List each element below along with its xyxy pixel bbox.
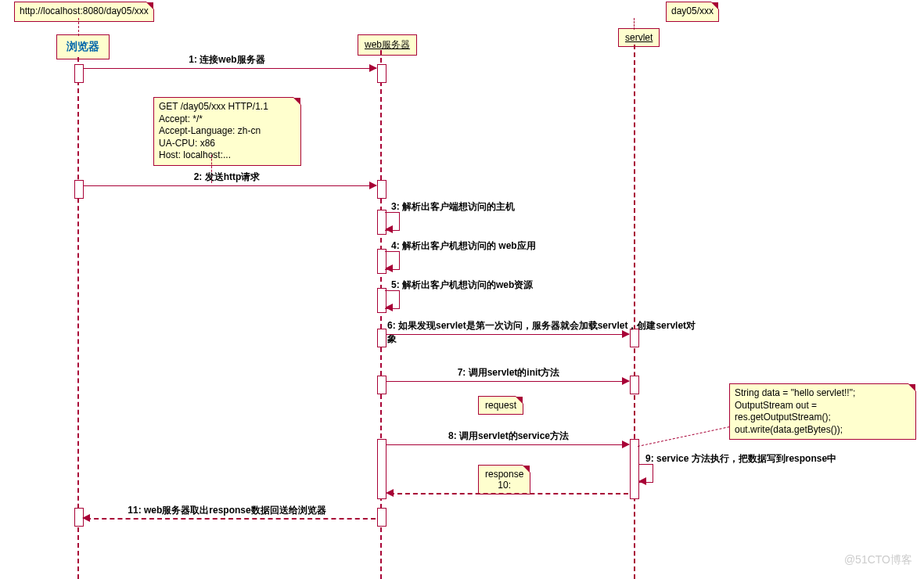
msg7-arrow	[386, 381, 629, 382]
msg3-head	[385, 225, 393, 233]
msg4-label: 4: 解析出客户机想访问的 web应用	[391, 239, 536, 253]
code-connector	[638, 426, 730, 447]
browser-actor: 浏览器	[56, 34, 110, 59]
servlet-actor: servlet	[618, 28, 660, 47]
webserver-lifeline	[380, 50, 382, 579]
request-note: request	[478, 396, 523, 415]
msg1-arrow	[83, 68, 376, 69]
msg7-label: 7: 调用servlet的init方法	[403, 366, 614, 379]
act-ws-2	[377, 180, 386, 199]
code-note: String data = "hello servlet!!"; OutputS…	[729, 383, 916, 440]
msg1-head	[369, 64, 377, 72]
msg4-head	[385, 264, 393, 272]
msg5-label: 5: 解析出客户机想访问的web资源	[391, 279, 533, 292]
act-sv-7	[630, 376, 639, 394]
url-text: http://localhost:8080/day05/xxx	[20, 5, 149, 16]
act-ws-1	[377, 64, 386, 83]
msg10-text: 10:	[498, 480, 511, 491]
webserver-actor: web服务器	[358, 34, 417, 56]
servlet-label: servlet	[625, 32, 653, 43]
msg5-head	[385, 304, 393, 311]
msg11-head	[82, 514, 90, 522]
msg1-label: 1: 连接web服务器	[110, 53, 344, 67]
msg8-label: 8: 调用servlet的service方法	[403, 430, 614, 443]
msg10-arrow	[390, 493, 628, 494]
act-browser-1	[74, 64, 84, 83]
url-note: http://localhost:8080/day05/xxx	[14, 2, 154, 22]
msg6-arrow	[386, 334, 629, 335]
msg9-label: 9: service 方法执行，把数据写到response中	[645, 452, 865, 466]
request-text: request	[485, 400, 516, 411]
browser-label: 浏览器	[67, 40, 99, 52]
msg8-arrow	[386, 444, 629, 445]
act-ws-6	[377, 329, 386, 347]
msg11-label: 11: web服务器取出response数据回送给浏览器	[94, 504, 360, 517]
msg6-label: 6: 如果发现servlet是第一次访问，服务器就会加载servlet，创建se…	[387, 319, 700, 346]
msg3-label: 3: 解析出客户端想访问的主机	[391, 200, 515, 214]
code-text: String data = "hello servlet!!"; OutputS…	[735, 387, 855, 435]
msg7-head	[622, 377, 630, 385]
servlet-connector	[634, 18, 681, 30]
msg8-head	[622, 441, 630, 448]
servlet-path-text: day05/xxx	[671, 5, 714, 16]
url-connector	[78, 18, 79, 36]
msg11-arrow	[86, 518, 376, 520]
act-ws-11	[377, 508, 386, 527]
browser-lifeline	[77, 57, 79, 579]
act-browser-2	[74, 180, 84, 199]
act-ws-7	[377, 376, 386, 394]
msg10-head	[386, 489, 394, 497]
msg9-head	[638, 477, 646, 485]
response-note: response10:	[478, 465, 530, 494]
webserver-label: web服务器	[365, 39, 410, 50]
http-note: GET /day05/xxx HTTP/1.1 Accept: */* Acce…	[153, 97, 301, 166]
msg2-head	[369, 182, 377, 189]
response-text: response	[485, 469, 523, 480]
msg2-arrow	[83, 185, 376, 186]
msg2-label: 2: 发送http请求	[110, 171, 344, 184]
watermark: @51CTO博客	[844, 553, 912, 567]
http-note-text: GET /day05/xxx HTTP/1.1 Accept: */* Acce…	[159, 101, 268, 160]
msg6-head	[622, 330, 630, 338]
